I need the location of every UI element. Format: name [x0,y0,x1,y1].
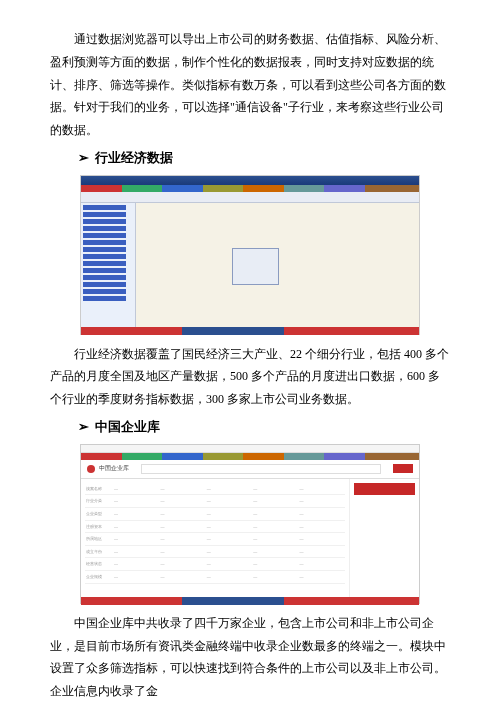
heading-text: 中国企业库 [95,415,160,440]
arrow-icon: ➢ [78,415,89,440]
stub-filter-grid: 搜索名称————— 行业分类————— 企业类型————— 注册资本————— … [85,483,345,584]
sidebar-line [83,212,126,217]
sidebar-line [83,205,126,210]
stub-popup [232,248,279,285]
sidebar-line [83,282,126,287]
sidebar-line [83,275,126,280]
screenshot-industry-app [80,175,420,335]
sidebar-line [83,247,126,252]
stub-filter-area: 搜索名称————— 行业分类————— 企业类型————— 注册资本————— … [81,479,349,597]
stub-body [81,203,419,327]
stub-search-box [141,464,381,474]
stub-db-title: 中国企业库 [99,463,129,474]
industry-paragraph: 行业经济数据覆盖了国民经济三大产业、22 个细分行业，包括 400 多个产品的月… [50,343,450,411]
sidebar-line [83,254,126,259]
sidebar-line [83,233,126,238]
intro-paragraph: 通过数据浏览器可以导出上市公司的财务数据、估值指标、风险分析、盈利预测等方面的数… [50,28,450,142]
stub-footer [81,597,419,605]
stub-search-btn [393,464,413,473]
sidebar-line [83,219,126,224]
heading-enterprise-db: ➢ 中国企业库 [78,415,450,440]
heading-industry-data: ➢ 行业经济数据 [78,146,450,171]
stub-footer [81,327,419,335]
stub-body: 搜索名称————— 行业分类————— 企业类型————— 注册资本————— … [81,479,419,597]
sidebar-line [83,226,126,231]
stub-titlebar [81,176,419,185]
stub-sidebar [81,203,136,327]
sidebar-line [83,261,126,266]
sidebar-line [83,289,126,294]
stub-colored-tabs [81,453,419,460]
stub-right-pane [349,479,419,597]
sidebar-line [83,240,126,245]
screenshot-enterprise-db: 中国企业库 搜索名称————— 行业分类————— 企业类型————— 注册资本… [80,444,420,604]
document-page: 通过数据浏览器可以导出上市公司的财务数据、估值指标、风险分析、盈利预测等方面的数… [0,0,500,706]
stub-toolbar [81,192,419,203]
stub-main-area [136,203,419,327]
heading-text: 行业经济数据 [95,146,173,171]
arrow-icon: ➢ [78,146,89,171]
stub-right-btn [354,483,415,495]
enterprise-paragraph: 中国企业库中共收录了四千万家企业，包含上市公司和非上市公司企业，是目前市场所有资… [50,612,450,703]
stub-browser-bar [81,445,419,453]
stub-colored-tabs [81,185,419,192]
stub-top-bar: 中国企业库 [81,460,419,479]
stub-logo-icon [87,465,95,473]
sidebar-line [83,296,126,301]
sidebar-line [83,268,126,273]
